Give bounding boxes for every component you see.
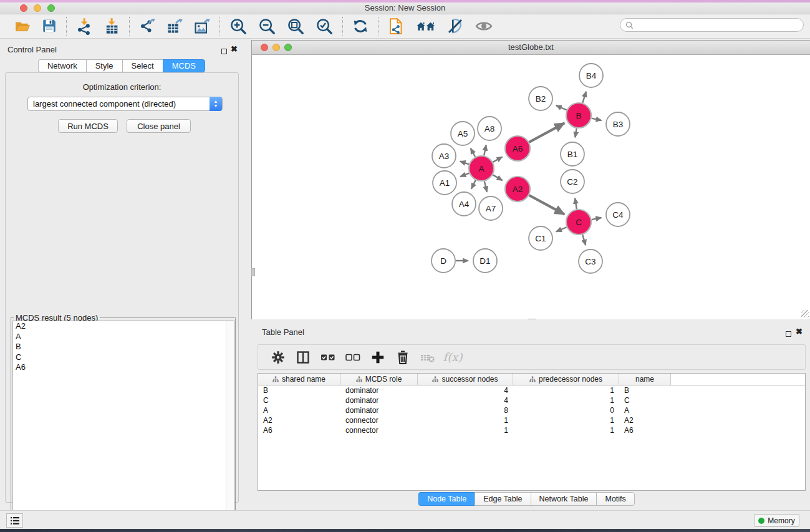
edge-A-A5[interactable] <box>471 148 475 157</box>
cell-name[interactable]: A <box>619 405 671 415</box>
edge-A-A7[interactable] <box>485 181 487 191</box>
network-zoom-button[interactable] <box>284 44 292 51</box>
cell-successor-nodes[interactable]: 4 <box>418 395 513 405</box>
cell-MCDS-role[interactable]: connector <box>340 415 418 425</box>
mcds-result-item[interactable]: A <box>13 332 234 342</box>
home-button[interactable] <box>411 16 441 37</box>
deselect-all-rows-button[interactable] <box>340 347 365 368</box>
zoom-out-button[interactable] <box>253 16 281 37</box>
node-A4[interactable]: A4 <box>452 192 476 216</box>
split-divider-handle-vertical[interactable] <box>251 268 255 276</box>
node-A[interactable]: A <box>469 156 494 181</box>
export-network-button[interactable] <box>133 16 161 37</box>
cell-shared-name[interactable]: A <box>258 405 340 415</box>
cell-successor-nodes[interactable]: 8 <box>418 405 513 415</box>
table-row[interactable]: Bdominator41B <box>258 385 805 395</box>
criterion-dropdown[interactable]: largest connected component (directed) ▲… <box>27 97 223 111</box>
network-close-button[interactable] <box>261 44 268 51</box>
column-header-MCDS-role[interactable]: MCDS role <box>340 374 418 385</box>
column-header-successor-nodes[interactable]: successor nodes <box>418 374 513 385</box>
edge-A-A1[interactable] <box>460 173 469 177</box>
tab-network-table[interactable]: Network Table <box>531 492 597 506</box>
tab-node-table[interactable]: Node Table <box>418 492 475 506</box>
network-minimize-button[interactable] <box>272 44 280 51</box>
tab-mcds[interactable]: MCDS <box>163 59 205 72</box>
function-builder-button[interactable]: f(x) <box>440 347 465 368</box>
open-file-button[interactable] <box>9 16 36 37</box>
node-C[interactable]: C <box>566 210 591 235</box>
mcds-result-item[interactable]: B <box>13 342 234 352</box>
column-header-predecessor-nodes[interactable]: predecessor nodes <box>513 374 619 385</box>
mcds-result-item[interactable]: A2 <box>13 321 234 332</box>
mcds-result-item[interactable]: C <box>13 352 234 363</box>
tab-edge-table[interactable]: Edge Table <box>475 492 530 506</box>
close-window-button[interactable] <box>20 4 27 12</box>
edge-A-A8[interactable] <box>484 145 486 155</box>
node-B4[interactable]: B4 <box>579 64 603 87</box>
cell-successor-nodes[interactable]: 1 <box>418 415 513 425</box>
mcds-result-list[interactable]: A2ABCA6 <box>12 321 234 528</box>
run-mcds-button[interactable]: Run MCDS <box>58 119 118 133</box>
node-B1[interactable]: B1 <box>561 142 584 166</box>
column-header-shared-name[interactable]: shared name <box>258 374 340 385</box>
float-panel-button[interactable] <box>221 46 227 57</box>
hide-graphics-details-button[interactable] <box>441 16 470 37</box>
node-A8[interactable]: A8 <box>478 117 501 140</box>
edge-A-A6[interactable] <box>493 157 502 162</box>
zoom-window-button[interactable] <box>47 4 55 12</box>
table-row[interactable]: A2connector11A2 <box>258 415 805 425</box>
edge-C-C3[interactable] <box>582 235 586 245</box>
edge-A-A2[interactable] <box>493 175 502 180</box>
edge-C-C2[interactable] <box>575 198 577 210</box>
node-B2[interactable]: B2 <box>529 87 552 110</box>
node-A7[interactable]: A7 <box>479 196 503 220</box>
delete-table-button[interactable] <box>415 347 440 368</box>
edge-A-A4[interactable] <box>471 180 476 189</box>
node-B[interactable]: B <box>566 103 591 128</box>
mcds-result-item[interactable]: A6 <box>13 362 234 373</box>
zoom-in-button[interactable] <box>224 16 253 37</box>
cell-shared-name[interactable]: A2 <box>258 415 340 425</box>
export-table-button[interactable] <box>161 16 188 37</box>
cell-successor-nodes[interactable]: 4 <box>418 385 513 395</box>
cell-predecessor-nodes[interactable]: 1 <box>513 425 619 435</box>
select-all-rows-button[interactable] <box>316 347 340 368</box>
edge-B-B2[interactable] <box>556 105 567 110</box>
node-C4[interactable]: C4 <box>606 203 630 226</box>
show-columns-button[interactable] <box>291 347 316 368</box>
import-table-button[interactable] <box>98 16 125 37</box>
save-session-button[interactable] <box>36 16 62 37</box>
tab-style[interactable]: Style <box>86 59 122 72</box>
node-D1[interactable]: D1 <box>473 249 497 273</box>
edge-A2-C[interactable] <box>529 195 564 215</box>
network-window-titlebar[interactable]: testGlobe.txt <box>252 41 810 55</box>
cell-shared-name[interactable]: B <box>258 385 340 395</box>
delete-row-button[interactable] <box>390 347 415 368</box>
close-panel-button[interactable]: ✖ <box>231 46 238 52</box>
search-input[interactable] <box>620 18 804 32</box>
node-A1[interactable]: A1 <box>433 171 456 195</box>
node-D[interactable]: D <box>432 249 455 273</box>
cell-MCDS-role[interactable]: connector <box>340 425 418 435</box>
node-A3[interactable]: A3 <box>432 144 456 168</box>
zoom-selected-button[interactable] <box>310 16 339 37</box>
table-row[interactable]: Adominator80A <box>258 405 805 415</box>
tab-select[interactable]: Select <box>122 59 163 72</box>
cell-name[interactable]: A2 <box>619 415 671 425</box>
network-canvas[interactable]: AA1A2A3A4A5A6A7A8BB1B2B3B4CC1C2C3C4DD1 <box>252 55 809 319</box>
tab-network[interactable]: Network <box>38 59 86 72</box>
cell-predecessor-nodes[interactable]: 1 <box>513 415 619 425</box>
node-C2[interactable]: C2 <box>561 170 584 193</box>
zoom-fit-button[interactable] <box>281 16 310 37</box>
table-settings-button[interactable] <box>266 347 291 368</box>
table-close-panel-button[interactable]: ✖ <box>796 329 803 334</box>
cell-MCDS-role[interactable]: dominator <box>340 385 418 395</box>
window-resize-grip[interactable] <box>801 310 809 317</box>
cell-MCDS-role[interactable]: dominator <box>340 405 418 415</box>
edge-B-B4[interactable] <box>582 92 586 103</box>
node-C1[interactable]: C1 <box>529 226 552 250</box>
cell-predecessor-nodes[interactable]: 0 <box>513 405 619 415</box>
edge-A-A3[interactable] <box>460 162 469 165</box>
show-graphics-details-button[interactable] <box>470 16 498 37</box>
cell-name[interactable]: C <box>619 395 671 405</box>
